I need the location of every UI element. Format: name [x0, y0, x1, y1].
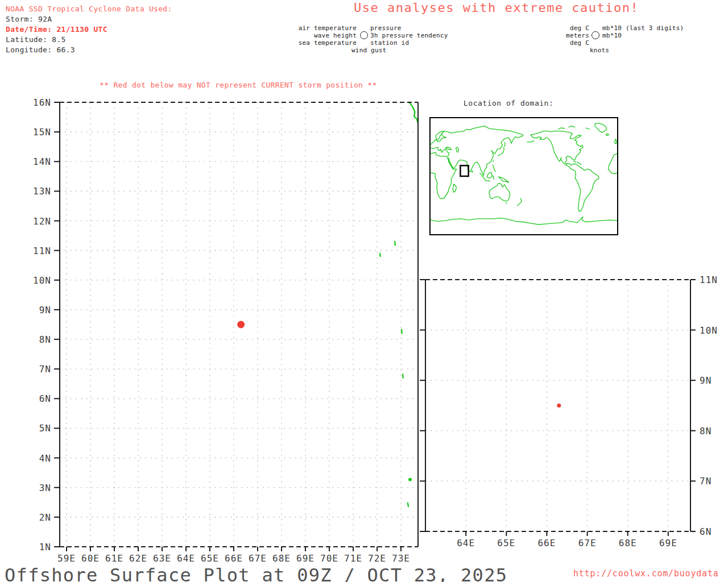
- y-tick-label: 11N: [700, 275, 718, 285]
- x-tick-label: 65E: [497, 538, 515, 548]
- legend-3h-pressure-tendency: 3h pressure tendency: [370, 32, 448, 39]
- coastline-fragment: [380, 253, 380, 256]
- coastline: [531, 131, 599, 212]
- storm-dot: [237, 321, 245, 329]
- y-tick-label: 10N: [33, 275, 51, 286]
- coastline-fragment: [402, 330, 402, 334]
- legend-station-id: station id: [370, 39, 409, 47]
- coastline: [489, 184, 510, 202]
- coastline: [573, 161, 576, 162]
- world-map-inset: [429, 117, 618, 235]
- y-tick-label: 1N: [39, 542, 51, 552]
- y-tick-label: 10N: [700, 325, 718, 336]
- unit-mb10: mb*10: [602, 32, 622, 39]
- x-tick-label: 59E: [57, 553, 76, 564]
- y-tick-label: 13N: [33, 186, 51, 197]
- y-tick-label: 8N: [700, 426, 712, 436]
- x-tick-label: 60E: [81, 553, 100, 564]
- y-tick-label: 7N: [39, 364, 51, 375]
- data-source-line: NOAA SSD Tropical Cyclone Data Used:: [6, 4, 172, 14]
- x-tick-label: 61E: [105, 553, 123, 564]
- main-plot: 1N2N3N4N5N6N7N8N9N10N11N12N13N14N15N16N5…: [60, 102, 418, 547]
- storm-info-header: NOAA SSD Tropical Cyclone Data Used: Sto…: [6, 4, 172, 55]
- coastline: [595, 123, 607, 132]
- coastline: [448, 158, 453, 168]
- legend-wave-height: wave height: [314, 32, 357, 39]
- coastline: [431, 217, 617, 225]
- y-tick-label: 4N: [39, 453, 51, 464]
- y-tick-label: 9N: [39, 305, 51, 315]
- y-tick-label: 11N: [33, 246, 51, 256]
- unit-meters: meters: [566, 32, 589, 39]
- coastline: [487, 172, 492, 178]
- coastline: [568, 126, 575, 127]
- x-tick-label: 68E: [619, 538, 637, 548]
- coastline-fragment: [408, 503, 408, 506]
- y-tick-label: 6N: [39, 393, 51, 404]
- plot-title: Offshore Surface Plot at 09Z / OCT 23, 2…: [5, 564, 507, 582]
- coastline: [493, 176, 494, 180]
- unit-deg-c-air: deg C: [570, 24, 589, 32]
- coastline: [558, 128, 565, 129]
- legend-pressure: pressure: [370, 24, 402, 32]
- coastline: [445, 147, 452, 150]
- unit-knots: knots: [590, 47, 609, 54]
- coastline: [504, 142, 505, 147]
- coastline: [456, 147, 459, 152]
- legend-sea-temperature: sea temperature: [299, 39, 357, 47]
- y-tick-label: 3N: [39, 483, 51, 493]
- x-tick-label: 66E: [537, 538, 556, 548]
- x-tick-label: 64E: [457, 538, 475, 548]
- station-circle-icon: [592, 31, 599, 39]
- x-tick-label: 71E: [344, 553, 362, 564]
- coastline: [498, 177, 508, 182]
- storm-longitude: Longitude: 66.3: [6, 45, 172, 55]
- coastline: [517, 198, 522, 206]
- zoom-plot: 6N7N8N9N10N11N64E65E66E67E68E69E: [425, 280, 690, 531]
- y-tick-label: 7N: [700, 476, 712, 487]
- coastline: [606, 134, 609, 135]
- station-circle-icon: [360, 31, 368, 39]
- coastline: [431, 152, 457, 199]
- coastline: [506, 203, 507, 204]
- x-tick-label: 70E: [320, 553, 338, 564]
- x-tick-label: 69E: [659, 538, 677, 548]
- y-tick-label: 15N: [33, 127, 51, 138]
- y-tick-label: 16N: [33, 97, 51, 108]
- unit-mb10-last3: mb*10 (last 3 digits): [602, 24, 684, 32]
- coastline-fragment: [403, 375, 403, 378]
- x-tick-label: 63E: [153, 553, 171, 564]
- legend-air-temperature: air temperature: [299, 24, 357, 32]
- x-tick-label: 62E: [129, 553, 147, 564]
- x-tick-label: 67E: [249, 553, 267, 564]
- coastline: [431, 126, 523, 176]
- x-tick-label: 72E: [368, 553, 386, 564]
- caution-warning: Use analyses with extreme caution!: [354, 1, 639, 15]
- y-tick-label: 6N: [700, 526, 712, 537]
- x-tick-label: 67E: [578, 538, 597, 548]
- x-tick-label: 66E: [225, 553, 243, 564]
- storm-id: Storm: 92A: [6, 14, 172, 24]
- x-tick-label: 68E: [272, 553, 291, 564]
- coastline: [493, 165, 496, 172]
- x-tick-label: 73E: [392, 553, 410, 564]
- coastline: [585, 128, 589, 129]
- coastline: [577, 162, 581, 165]
- coastline-fragment: [410, 102, 418, 123]
- coastline: [614, 139, 617, 144]
- y-tick-label: 12N: [33, 216, 51, 227]
- y-tick-label: 9N: [700, 375, 712, 386]
- y-tick-label: 8N: [39, 334, 51, 345]
- coastline-fragment: [395, 242, 395, 245]
- source-url: http://coolwx.com/buoydata: [573, 568, 719, 579]
- red-dot-note: ** Red dot below may NOT represent CURRE…: [100, 81, 377, 89]
- unit-deg-c-sea: deg C: [570, 39, 589, 47]
- coastline: [609, 153, 618, 173]
- storm-dot: [557, 404, 561, 408]
- x-tick-label: 69E: [296, 553, 315, 564]
- y-tick-label: 5N: [39, 423, 51, 434]
- y-tick-label: 14N: [33, 156, 51, 167]
- legend-wind-gust: wind gust: [351, 47, 386, 54]
- y-tick-label: 2N: [39, 512, 51, 523]
- coastline: [527, 141, 535, 142]
